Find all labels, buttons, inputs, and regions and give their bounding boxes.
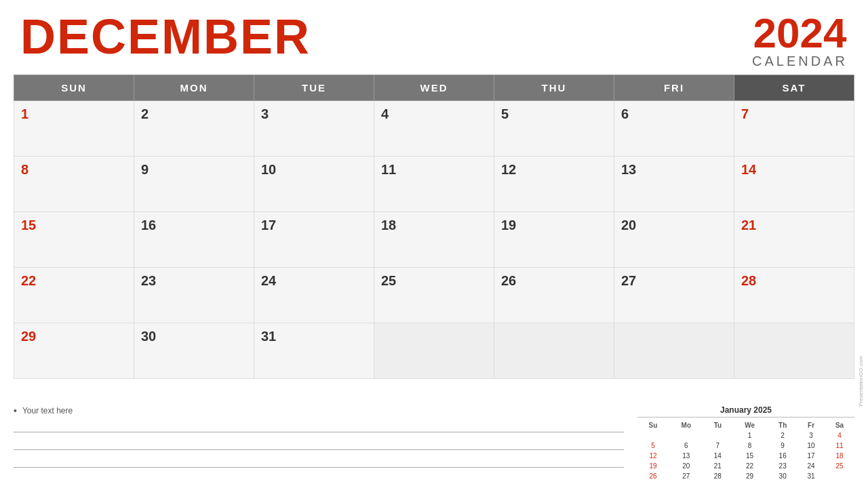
calendar-day: 14 <box>734 157 854 212</box>
mini-day: 1 <box>732 430 768 441</box>
mini-calendar-table: SuMoTuWeThFrSa 1234567891011121314151617… <box>637 420 854 481</box>
year-number: 2024 <box>752 12 848 54</box>
bullet-icon: • <box>14 405 17 416</box>
mini-day <box>637 430 669 441</box>
calendar-day: 3 <box>254 101 374 157</box>
calendar-day: 15 <box>14 212 134 268</box>
mini-calendar-title: January 2025 <box>637 405 854 418</box>
calendar-day: 5 <box>494 101 614 157</box>
mini-day: 31 <box>797 471 825 481</box>
mini-calendar: January 2025 SuMoTuWeThFrSa 123456789101… <box>637 405 854 481</box>
mini-day: 29 <box>732 471 768 481</box>
mini-day: 9 <box>768 441 797 451</box>
day-header-sun: SUN <box>14 75 134 101</box>
mini-day <box>704 430 732 441</box>
page-header: DECEMBER 2024 CALENDAR <box>0 0 868 75</box>
calendar-day <box>614 323 734 379</box>
calendar-table: SUN MON TUE WED THU FRI SAT 123456789101… <box>14 75 854 379</box>
mini-day: 27 <box>669 471 704 481</box>
mini-day: 19 <box>637 461 669 471</box>
calendar-day <box>734 323 854 379</box>
notes-line-3 <box>14 454 624 468</box>
calendar-header: SUN MON TUE WED THU FRI SAT <box>14 75 854 101</box>
mini-day: 4 <box>825 430 854 441</box>
calendar-day: 18 <box>374 212 494 268</box>
calendar-day: 31 <box>254 323 374 379</box>
mini-day: 15 <box>732 451 768 461</box>
calendar-day: 26 <box>494 268 614 323</box>
mini-day: 7 <box>704 441 732 451</box>
calendar-label: CALENDAR <box>752 54 848 68</box>
calendar-body: 1234567891011121314151617181920212223242… <box>14 101 854 379</box>
calendar-day: 8 <box>14 157 134 212</box>
watermark: PresentationGO.com <box>858 356 864 407</box>
mini-header: Mo <box>669 420 704 430</box>
calendar-day: 2 <box>134 101 254 157</box>
calendar-day: 17 <box>254 212 374 268</box>
mini-day <box>669 430 704 441</box>
mini-day: 24 <box>797 461 825 471</box>
calendar-day: 30 <box>134 323 254 379</box>
mini-day: 8 <box>732 441 768 451</box>
calendar-day: 1 <box>14 101 134 157</box>
year-block: 2024 CALENDAR <box>752 12 848 68</box>
mini-day <box>825 471 854 481</box>
mini-header: We <box>732 420 768 430</box>
calendar-day: 28 <box>734 268 854 323</box>
day-header-wed: WED <box>374 75 494 101</box>
mini-header: Sa <box>825 420 854 430</box>
calendar-wrapper: SUN MON TUE WED THU FRI SAT 123456789101… <box>0 75 868 379</box>
day-header-mon: MON <box>134 75 254 101</box>
calendar-day: 12 <box>494 157 614 212</box>
calendar-day: 11 <box>374 157 494 212</box>
notes-item: • Your text here <box>14 405 624 416</box>
mini-header: Su <box>637 420 669 430</box>
mini-day: 28 <box>704 471 732 481</box>
calendar-day: 24 <box>254 268 374 323</box>
calendar-day <box>494 323 614 379</box>
mini-day: 14 <box>704 451 732 461</box>
bottom-section: • Your text here January 2025 SuMoTuWeTh… <box>0 400 868 481</box>
mini-day: 17 <box>797 451 825 461</box>
notes-placeholder: Your text here <box>22 406 73 415</box>
mini-header: Th <box>768 420 797 430</box>
calendar-day: 22 <box>14 268 134 323</box>
mini-day: 23 <box>768 461 797 471</box>
day-header-sat: SAT <box>734 75 854 101</box>
mini-day: 12 <box>637 451 669 461</box>
mini-day: 11 <box>825 441 854 451</box>
mini-day: 25 <box>825 461 854 471</box>
mini-day: 5 <box>637 441 669 451</box>
calendar-day: 25 <box>374 268 494 323</box>
notes-line-1 <box>14 419 624 432</box>
mini-day: 13 <box>669 451 704 461</box>
calendar-day: 21 <box>734 212 854 268</box>
mini-day: 22 <box>732 461 768 471</box>
calendar-day: 4 <box>374 101 494 157</box>
mini-day: 2 <box>768 430 797 441</box>
calendar-day: 7 <box>734 101 854 157</box>
calendar-day: 27 <box>614 268 734 323</box>
notes-section: • Your text here <box>14 405 624 481</box>
mini-day: 20 <box>669 461 704 471</box>
mini-day: 16 <box>768 451 797 461</box>
calendar-day: 20 <box>614 212 734 268</box>
day-header-thu: THU <box>494 75 614 101</box>
mini-day: 18 <box>825 451 854 461</box>
mini-day: 3 <box>797 430 825 441</box>
calendar-day <box>374 323 494 379</box>
calendar-day: 23 <box>134 268 254 323</box>
mini-day: 6 <box>669 441 704 451</box>
notes-line-2 <box>14 436 624 450</box>
calendar-day: 13 <box>614 157 734 212</box>
mini-header: Tu <box>704 420 732 430</box>
calendar-day: 19 <box>494 212 614 268</box>
calendar-day: 6 <box>614 101 734 157</box>
mini-header: Fr <box>797 420 825 430</box>
day-header-fri: FRI <box>614 75 734 101</box>
month-title: DECEMBER <box>20 12 311 61</box>
calendar-day: 10 <box>254 157 374 212</box>
mini-day: 30 <box>768 471 797 481</box>
mini-day: 21 <box>704 461 732 471</box>
day-header-tue: TUE <box>254 75 374 101</box>
